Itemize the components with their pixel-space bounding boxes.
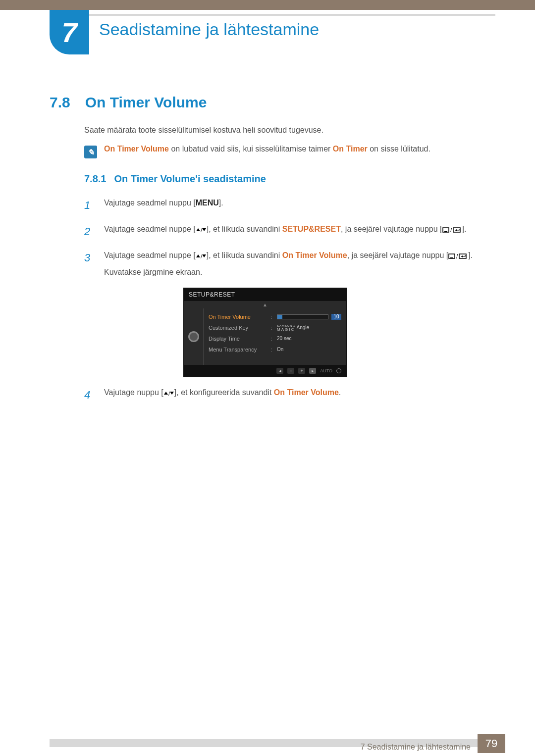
osd-label: Menu Transparency xyxy=(209,347,268,353)
svg-text:/: / xyxy=(201,253,203,259)
osd-footer-plus-icon: + xyxy=(298,368,305,374)
up-down-icon: / xyxy=(196,227,207,233)
footer-text: 7 Seadistamine ja lähtestamine xyxy=(361,739,471,755)
step-3: 3 Vajutage seadmel nuppe [/], et liikuda… xyxy=(84,249,495,278)
steps-list: 1 Vajutage seadmel nuppu [MENU]. 2 Vajut… xyxy=(84,197,495,403)
osd-colon: : xyxy=(271,347,274,353)
osd-volume-bar: 10 xyxy=(277,314,341,320)
step-body: Vajutage seadmel nuppe [/], et liikuda s… xyxy=(104,223,495,240)
step-1: 1 Vajutage seadmel nuppu [MENU]. xyxy=(84,197,495,214)
osd-footer-right-icon: ▸ xyxy=(309,368,316,374)
osd-colon: : xyxy=(271,314,274,320)
note-hl2: On Timer xyxy=(333,145,368,153)
note-t4: on sisse lülitatud. xyxy=(368,145,430,153)
osd-label: Customized Key xyxy=(209,325,268,331)
osd-row-on-timer-volume: On Timer Volume : 10 xyxy=(209,311,341,322)
svg-text:/: / xyxy=(456,253,458,259)
osd-footer-auto: AUTO xyxy=(320,368,332,373)
osd-prefix-bottom: MAGIC xyxy=(277,328,295,332)
step-number: 1 xyxy=(84,197,94,214)
svg-marker-10 xyxy=(202,254,206,257)
svg-marker-7 xyxy=(455,229,457,231)
content-area: 7.8 On Timer Volume Saate määrata toote … xyxy=(50,94,495,412)
chapter-title: Seadistamine ja lähtestamine xyxy=(99,20,319,39)
step3-c: , ja seejärel vajutage nuppu [ xyxy=(347,251,449,259)
section-heading: 7.8 On Timer Volume xyxy=(50,94,495,111)
osd-value-text: Angle xyxy=(297,324,310,330)
step-body: Vajutage seadmel nuppe [/], et liikuda s… xyxy=(104,249,495,278)
osd-footer-left-icon: ◂ xyxy=(276,368,283,374)
step2-d: ]. xyxy=(462,225,467,233)
step-body: Vajutage nuppu [/], et konfigureerida su… xyxy=(104,386,495,403)
step3-hl: On Timer Volume xyxy=(282,251,347,259)
footer-page-number: 79 xyxy=(478,734,505,753)
osd-track xyxy=(277,314,328,319)
step4-hl: On Timer Volume xyxy=(274,388,339,397)
step2-hl: SETUP&RESET xyxy=(282,225,341,233)
osd-footer: ◂ − + ▸ AUTO xyxy=(184,365,346,377)
gear-icon xyxy=(188,331,199,342)
step1-a: Vajutage seadmel nuppu [ xyxy=(104,199,196,207)
osd-screenshot: SETUP&RESET ▲ On Timer Volume : 10 xyxy=(183,288,347,377)
osd-fill xyxy=(277,315,282,319)
osd-value: On xyxy=(277,347,341,352)
osd-up-arrow-icon: ▲ xyxy=(184,301,346,308)
osd-value: 20 sec xyxy=(277,336,341,341)
step2-c: , ja seejärel vajutage nuppu [ xyxy=(341,225,442,233)
up-down-icon: / xyxy=(196,253,207,259)
section-title: On Timer Volume xyxy=(85,94,207,111)
power-icon xyxy=(336,368,341,373)
step-number: 4 xyxy=(84,386,94,403)
svg-rect-4 xyxy=(444,231,447,232)
osd-colon: : xyxy=(271,336,274,342)
svg-rect-12 xyxy=(450,257,453,258)
top-brown-bar xyxy=(0,0,535,10)
osd-row-customized-key: Customized Key : SAMSUNG MAGIC Angle xyxy=(209,322,341,333)
note-block: ✎ On Timer Volume on lubatud vaid siis, … xyxy=(84,145,495,158)
source-enter-icon: / xyxy=(448,252,468,259)
step4-a: Vajutage nuppu [ xyxy=(104,388,163,397)
svg-marker-16 xyxy=(164,392,168,395)
step-number: 2 xyxy=(84,223,94,240)
step3-b: ], et liikuda suvandini xyxy=(207,251,282,259)
step4-b: ], et konfigureerida suvandit xyxy=(174,388,274,397)
chapter-number: 7 xyxy=(61,16,77,49)
osd-title: SETUP&RESET xyxy=(184,288,346,301)
svg-marker-0 xyxy=(196,228,200,231)
step3-a: Vajutage seadmel nuppe [ xyxy=(104,251,196,259)
svg-marker-15 xyxy=(461,255,463,257)
note-t2: on lubatud vaid siis, kui sisselülitamis… xyxy=(169,145,333,153)
svg-marker-8 xyxy=(196,254,200,257)
step-body: Vajutage seadmel nuppu [MENU]. xyxy=(104,197,495,214)
step1-b: ]. xyxy=(219,199,223,207)
osd-value: SAMSUNG MAGIC Angle xyxy=(277,324,341,332)
osd-volume-value: 10 xyxy=(331,314,341,320)
note-text: On Timer Volume on lubatud vaid siis, ku… xyxy=(104,145,430,153)
subsection-heading: 7.8.1 On Timer Volume'i seadistamine xyxy=(84,173,495,185)
step3-d: ]. xyxy=(468,251,473,259)
up-down-icon: / xyxy=(163,391,174,397)
svg-text:/: / xyxy=(168,391,170,397)
step2-b: ], et liikuda suvandini xyxy=(207,225,282,233)
step4-c: . xyxy=(339,388,341,397)
osd-label: Display Time xyxy=(209,336,268,342)
osd-row-display-time: Display Time : 20 sec xyxy=(209,333,341,344)
step3-after: Kuvatakse järgmine ekraan. xyxy=(104,266,495,279)
step-2: 2 Vajutage seadmel nuppe [/], et liikuda… xyxy=(84,223,495,240)
osd-gear-column xyxy=(184,308,204,365)
note-icon: ✎ xyxy=(84,146,97,158)
subsection-title: On Timer Volume'i seadistamine xyxy=(114,173,266,185)
svg-text:/: / xyxy=(450,227,452,233)
step-4: 4 Vajutage nuppu [/], et konfigureerida … xyxy=(84,386,495,403)
menu-label: MENU xyxy=(196,199,219,207)
intro-text: Saate määrata toote sisselülitumisel kos… xyxy=(84,126,495,135)
osd-colon: : xyxy=(271,325,274,331)
source-enter-icon: / xyxy=(442,226,462,233)
chapter-badge: 7 xyxy=(50,10,89,54)
svg-marker-18 xyxy=(170,392,174,395)
osd-body: On Timer Volume : 10 Customized Key : SA… xyxy=(184,308,346,365)
svg-marker-2 xyxy=(202,228,206,231)
page-footer: 7 Seadistamine ja lähtestamine 79 xyxy=(0,732,535,756)
note-hl1: On Timer Volume xyxy=(104,145,169,153)
osd-rows: On Timer Volume : 10 Customized Key : SA… xyxy=(204,308,346,365)
